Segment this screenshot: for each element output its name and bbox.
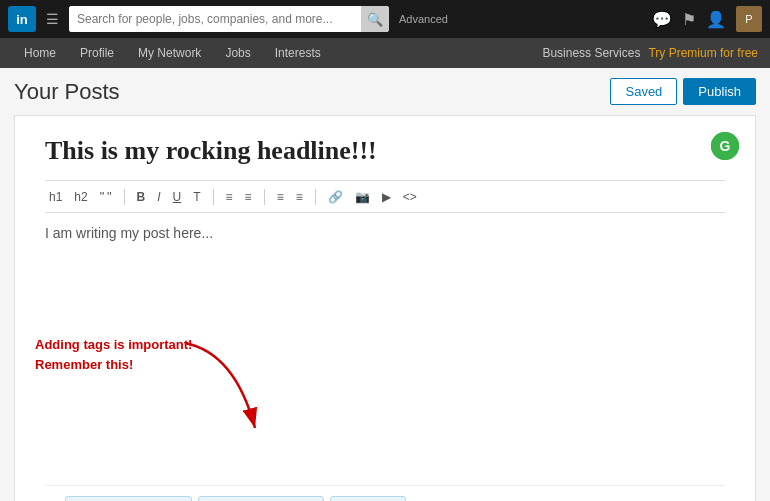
- your-posts-header: Your Posts Saved Publish: [14, 78, 756, 105]
- secondary-navigation: Home Profile My Network Jobs Interests B…: [0, 38, 770, 68]
- toolbar-separator-1: [124, 189, 125, 205]
- toolbar-text[interactable]: T: [189, 188, 204, 206]
- flag-icon[interactable]: ⚑: [682, 10, 696, 29]
- tags-area: 🏷 writing and editing × content marketin…: [45, 485, 725, 501]
- linkedin-logo[interactable]: in: [8, 6, 36, 32]
- toolbar-h2[interactable]: h2: [70, 188, 91, 206]
- editor-headline[interactable]: This is my rocking headline!!!: [45, 136, 725, 166]
- toolbar-bold[interactable]: B: [133, 188, 150, 206]
- toolbar-link-icon[interactable]: 🔗: [324, 188, 347, 206]
- annotation-arrow: [175, 333, 295, 443]
- toolbar-blockquote[interactable]: " ": [96, 187, 116, 206]
- business-services-link[interactable]: Business Services: [542, 46, 640, 60]
- toolbar-underline[interactable]: U: [169, 188, 186, 206]
- editor-area: G This is my rocking headline!!! h1 h2 "…: [14, 115, 756, 501]
- saved-button[interactable]: Saved: [610, 78, 677, 105]
- nav-jobs[interactable]: Jobs: [213, 38, 262, 68]
- tag-blogging: blogging ×: [330, 496, 406, 501]
- page-title: Your Posts: [14, 79, 120, 105]
- toolbar-italic[interactable]: I: [153, 188, 164, 206]
- grammarly-badge-bottom[interactable]: G: [711, 132, 739, 160]
- editor-toolbar: h1 h2 " " B I U T ≡ ≡ ≡ ≡ 🔗 📷 ▶ <>: [45, 180, 725, 213]
- header-buttons: Saved Publish: [610, 78, 756, 105]
- toolbar-list-unordered[interactable]: ≡: [273, 188, 288, 206]
- page-content: Your Posts Saved Publish G This is my ro…: [0, 68, 770, 501]
- profile-icon[interactable]: 👤: [706, 10, 726, 29]
- toolbar-align-left[interactable]: ≡: [222, 188, 237, 206]
- nav-profile[interactable]: Profile: [68, 38, 126, 68]
- nav-items: Home Profile My Network Jobs Interests: [12, 38, 333, 68]
- avatar[interactable]: P: [736, 6, 762, 32]
- tag-content-marketing: content marketing ×: [198, 496, 324, 501]
- tag-writing-editing: writing and editing ×: [65, 496, 192, 501]
- nav-home[interactable]: Home: [12, 38, 68, 68]
- nav-right: Business Services Try Premium for free: [542, 46, 758, 60]
- toolbar-image-icon[interactable]: 📷: [351, 188, 374, 206]
- editor-body[interactable]: I am writing my post here...: [45, 225, 725, 305]
- messages-icon[interactable]: 💬: [652, 10, 672, 29]
- toolbar-separator-2: [213, 189, 214, 205]
- toolbar-code-icon[interactable]: <>: [399, 188, 421, 206]
- top-navigation: in ☰ 🔍 Advanced 💬 ⚑ 👤 P: [0, 0, 770, 38]
- toolbar-separator-3: [264, 189, 265, 205]
- nav-interests[interactable]: Interests: [263, 38, 333, 68]
- top-nav-icons: 💬 ⚑ 👤 P: [652, 6, 762, 32]
- hamburger-icon[interactable]: ☰: [42, 11, 63, 27]
- try-premium-link[interactable]: Try Premium for free: [648, 46, 758, 60]
- toolbar-align-center[interactable]: ≡: [241, 188, 256, 206]
- search-bar: 🔍: [69, 6, 389, 32]
- toolbar-video-icon[interactable]: ▶: [378, 188, 395, 206]
- toolbar-list-ordered[interactable]: ≡: [292, 188, 307, 206]
- advanced-link[interactable]: Advanced: [399, 13, 448, 25]
- toolbar-h1[interactable]: h1: [45, 188, 66, 206]
- annotation-text: Adding tags is important! Remember this!: [35, 335, 192, 374]
- toolbar-separator-4: [315, 189, 316, 205]
- publish-button[interactable]: Publish: [683, 78, 756, 105]
- search-button[interactable]: 🔍: [361, 6, 389, 32]
- search-input[interactable]: [69, 6, 361, 32]
- nav-mynetwork[interactable]: My Network: [126, 38, 213, 68]
